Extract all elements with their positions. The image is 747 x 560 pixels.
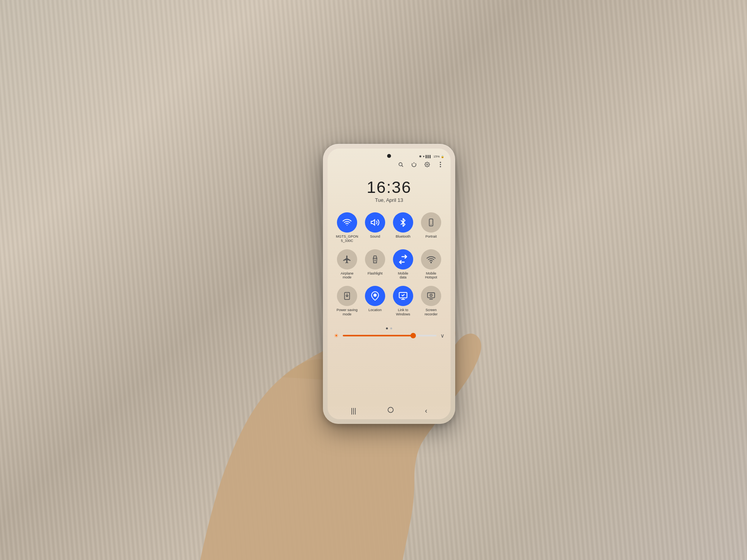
svg-point-2: [426, 164, 428, 165]
sound-icon-button[interactable]: [365, 212, 385, 233]
screenrecorder-label: Screenrecorder: [424, 308, 438, 317]
dot-1: [386, 327, 388, 329]
qs-row-3: Power savingmode Locatio: [334, 286, 444, 317]
qs-linkwindows[interactable]: Link toWindows: [390, 286, 416, 317]
location-label: Location: [368, 308, 382, 312]
svg-rect-7: [429, 219, 433, 226]
page-dots: [328, 327, 451, 329]
hotspot-label: MobileHotspot: [425, 271, 437, 280]
bluetooth-label: Bluetooth: [396, 234, 410, 239]
phone-body: ✱ ▾ ▌▌▌ 15% 🔒: [323, 144, 455, 424]
portrait-label: Portrait: [425, 234, 437, 239]
qs-screenrecorder[interactable]: Screenrecorder: [418, 286, 444, 317]
svg-line-1: [402, 166, 403, 167]
brightness-icon: ☀: [334, 332, 339, 339]
airplane-icon-button[interactable]: [337, 249, 357, 270]
flashlight-label: Flashlight: [368, 271, 383, 276]
mobiledata-icon-button[interactable]: [393, 249, 413, 270]
svg-rect-19: [428, 293, 435, 298]
sound-label: Sound: [370, 234, 380, 239]
clock-time: 16:36: [328, 179, 451, 196]
svg-point-22: [388, 407, 393, 413]
bluetooth-icon-button[interactable]: [393, 212, 413, 233]
linkwindows-label: Link toWindows: [396, 308, 410, 317]
brightness-slider[interactable]: ☀ ∨: [328, 332, 451, 339]
hotspot-icon-button[interactable]: [421, 249, 441, 270]
dot-2: [390, 327, 392, 329]
powersaving-label: Power savingmode: [337, 308, 358, 317]
location-icon-button[interactable]: [365, 286, 385, 306]
recents-button[interactable]: |||: [351, 407, 356, 415]
mobiledata-label: Mobiledata: [398, 271, 409, 280]
back-button[interactable]: ‹: [425, 407, 427, 415]
svg-point-0: [399, 163, 402, 166]
brightness-thumb[interactable]: [410, 333, 416, 338]
clock-date: Tue, April 13: [328, 197, 451, 203]
qs-hotspot[interactable]: MobileHotspot: [418, 249, 444, 280]
lock-icon: 🔒: [441, 155, 444, 158]
brightness-track[interactable]: [343, 335, 437, 336]
top-actions: [328, 160, 451, 172]
portrait-icon-button[interactable]: [421, 212, 441, 233]
wifi-status-icon: ▾: [423, 155, 424, 158]
svg-point-12: [431, 262, 431, 263]
qs-mobiledata[interactable]: Mobiledata: [390, 249, 416, 280]
svg-point-20: [430, 294, 432, 297]
more-menu-button[interactable]: [437, 161, 444, 168]
qs-powersaving[interactable]: Power savingmode: [334, 286, 360, 317]
brightness-expand-icon[interactable]: ∨: [440, 332, 444, 339]
qs-bluetooth[interactable]: Bluetooth: [390, 212, 416, 243]
phone-screen: ✱ ▾ ▌▌▌ 15% 🔒: [328, 149, 451, 419]
flashlight-icon-button[interactable]: [365, 249, 385, 270]
quick-settings-grid: MGTS_GPON5_330C Sound: [328, 209, 451, 326]
airplane-label: Airplanemode: [340, 271, 353, 280]
settings-button[interactable]: [423, 161, 431, 168]
power-button[interactable]: [410, 161, 418, 168]
wifi-label: MGTS_GPON5_330C: [336, 234, 358, 243]
clock-section: 16:36 Tue, April 13: [328, 172, 451, 209]
home-button[interactable]: [387, 406, 394, 415]
svg-marker-6: [371, 220, 375, 225]
qs-sound[interactable]: Sound: [362, 212, 388, 243]
screenrecorder-icon-button[interactable]: [421, 286, 441, 306]
bluetooth-status-icon: ✱: [419, 155, 422, 158]
svg-point-15: [374, 294, 376, 296]
qs-row-1: MGTS_GPON5_330C Sound: [334, 212, 444, 243]
battery-text: 15%: [433, 155, 440, 158]
qs-row-2: Airplanemode: [334, 249, 444, 280]
wifi-icon-button[interactable]: [337, 212, 357, 233]
camera-notch: [387, 154, 391, 158]
svg-point-3: [440, 162, 441, 163]
status-icons: ✱ ▾ ▌▌▌ 15% 🔒: [419, 155, 444, 158]
navigation-bar: ||| ‹: [328, 402, 451, 419]
linkwindows-icon-button[interactable]: [393, 286, 413, 306]
signal-icon: ▌▌▌: [426, 155, 431, 158]
brightness-fill: [343, 335, 413, 336]
svg-point-5: [440, 166, 441, 167]
qs-airplane[interactable]: Airplanemode: [334, 249, 360, 280]
qs-portrait[interactable]: Portrait: [418, 212, 444, 243]
search-button[interactable]: [397, 161, 405, 168]
qs-wifi[interactable]: MGTS_GPON5_330C: [334, 212, 360, 243]
powersaving-icon-button[interactable]: [337, 286, 357, 306]
qs-location[interactable]: Location: [362, 286, 388, 317]
qs-flashlight[interactable]: Flashlight: [362, 249, 388, 280]
svg-point-4: [440, 164, 441, 165]
phone-container: ✱ ▾ ▌▌▌ 15% 🔒: [323, 144, 455, 424]
